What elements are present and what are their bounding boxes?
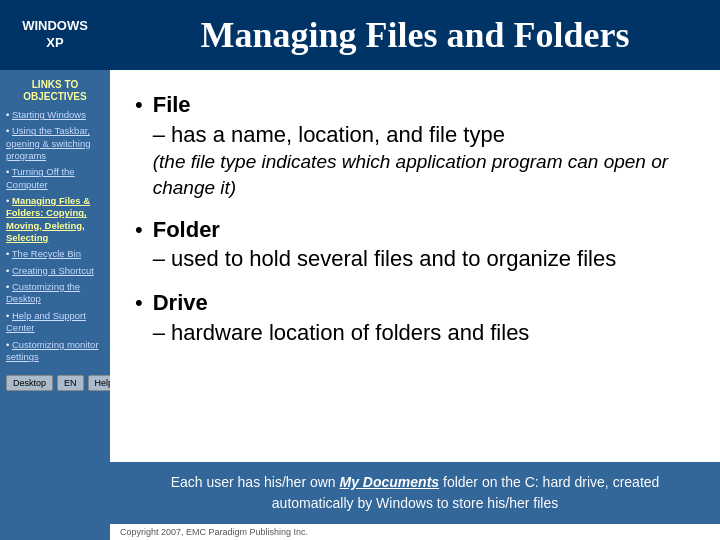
- bullet-list: File – has a name, location, and file ty…: [135, 90, 695, 347]
- windows-xp-logo: WINDOWS XP: [0, 10, 110, 60]
- sidebar-heading: LINKS TO OBJECTIVES: [0, 75, 110, 107]
- list-item-folder: Folder – used to hold several files and …: [135, 215, 695, 274]
- footer-text-before: Each user has his/her own: [171, 474, 340, 490]
- sidebar-item-starting-windows[interactable]: Starting Windows: [0, 107, 110, 123]
- sidebar: LINKS TO OBJECTIVES Starting Windows Usi…: [0, 70, 110, 540]
- copyright: Copyright 2007, EMC Paradigm Publishing …: [110, 524, 720, 540]
- help-button[interactable]: Help: [88, 375, 110, 391]
- logo-line1: WINDOWS: [22, 18, 88, 33]
- folder-desc: – used to hold several files and to orga…: [153, 244, 617, 274]
- sidebar-item-shortcut[interactable]: Creating a Shortcut: [0, 263, 110, 279]
- term-drive: Drive: [153, 288, 530, 318]
- list-item-file: File – has a name, location, and file ty…: [135, 90, 695, 201]
- file-desc: – has a name, location, and file type: [153, 120, 695, 150]
- list-item-drive: Drive – hardware location of folders and…: [135, 288, 695, 347]
- desktop-button[interactable]: Desktop: [6, 375, 53, 391]
- sidebar-item-turning-off[interactable]: Turning Off the Computer: [0, 164, 110, 193]
- taskbar-area: Desktop EN Help: [0, 373, 110, 393]
- drive-desc: – hardware location of folders and files: [153, 318, 530, 348]
- en-button[interactable]: EN: [57, 375, 84, 391]
- sidebar-item-help[interactable]: Help and Support Center: [0, 308, 110, 337]
- sidebar-item-managing-files[interactable]: Managing Files & Folders: Copying, Movin…: [0, 193, 110, 246]
- sidebar-item-desktop[interactable]: Customizing the Desktop: [0, 279, 110, 308]
- main-area: LINKS TO OBJECTIVES Starting Windows Usi…: [0, 70, 720, 540]
- sidebar-item-recycle-bin[interactable]: The Recycle Bin: [0, 246, 110, 262]
- footer-note: Each user has his/her own My Documents f…: [110, 462, 720, 524]
- content-area: File – has a name, location, and file ty…: [110, 70, 720, 540]
- sidebar-item-taskbar[interactable]: Using the Taskbar, opening & switching p…: [0, 123, 110, 164]
- term-file: File: [153, 90, 695, 120]
- logo-line2: XP: [46, 35, 63, 50]
- term-folder: Folder: [153, 215, 617, 245]
- footer-my-documents: My Documents: [340, 474, 440, 490]
- content-main: File – has a name, location, and file ty…: [110, 70, 720, 462]
- file-sub: (the file type indicates which applicati…: [153, 149, 695, 200]
- page-title: Managing Files and Folders: [110, 14, 720, 56]
- header: WINDOWS XP Managing Files and Folders: [0, 0, 720, 70]
- sidebar-item-monitor[interactable]: Customizing monitor settings: [0, 337, 110, 366]
